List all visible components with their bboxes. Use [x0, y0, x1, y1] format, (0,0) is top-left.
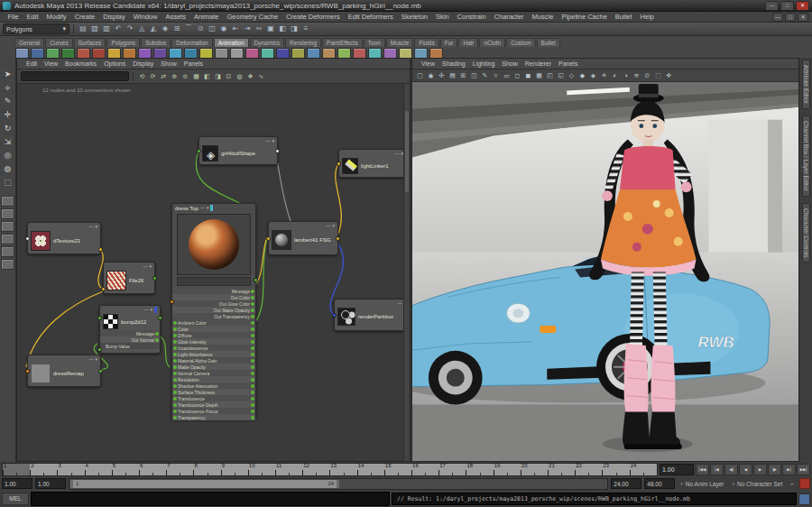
input-port[interactable]: [332, 313, 337, 318]
construction-history-icon[interactable]: [254, 23, 264, 34]
panel-menu-item[interactable]: Panels: [180, 60, 207, 67]
character-set-dropdown[interactable]: ▾No Character Set: [729, 479, 785, 488]
node-attribute-row[interactable]: Out Transparency: [172, 313, 255, 319]
panel-tab[interactable]: Character Controls: [802, 203, 810, 263]
node-attribute-row[interactable]: Message: [172, 288, 255, 294]
pin-nodes-icon[interactable]: [235, 71, 245, 81]
shelf-tab[interactable]: Bullet: [537, 38, 560, 47]
frame-cell[interactable]: 9: [221, 464, 248, 475]
image-plane-icon[interactable]: [458, 70, 468, 80]
selection-mode-dropdown[interactable]: Polygons▾: [3, 23, 69, 34]
frame-cell[interactable]: 22: [575, 464, 602, 475]
shelf-tab[interactable]: Dynamics: [250, 38, 285, 47]
connected-view-icon[interactable]: [213, 71, 223, 81]
frame-cell[interactable]: 3: [57, 464, 84, 475]
save-scene-icon[interactable]: [101, 23, 112, 34]
node-attribute-row[interactable]: Diffuse: [172, 332, 255, 338]
resize-icon[interactable]: ▾: [207, 204, 209, 212]
show-manipulator-icon[interactable]: [2, 177, 14, 189]
node-file[interactable]: —▾ File26: [103, 262, 155, 294]
shelf-tab[interactable]: PaintEffects: [322, 38, 363, 47]
render-view-icon[interactable]: [265, 23, 276, 34]
snap-grid-icon[interactable]: [171, 23, 182, 34]
shelf-tab[interactable]: Hair: [458, 38, 478, 47]
node-attribute-row[interactable]: Glow Intensity: [172, 338, 255, 345]
scene-minimize-button[interactable]: —: [772, 13, 783, 22]
layout-graph-icon[interactable]: [191, 71, 201, 81]
node-attribute-row[interactable]: Material Alpha Gain: [172, 357, 255, 364]
menu-item[interactable]: Edit Deformers: [344, 13, 397, 21]
script-editor-icon[interactable]: [798, 493, 810, 505]
undo-icon[interactable]: [113, 23, 124, 34]
node-attribute-row[interactable]: Bump Value: [100, 343, 160, 349]
frame-cell[interactable]: 18: [466, 464, 493, 475]
shelf-tab[interactable]: Surfaces: [74, 38, 106, 47]
bookmark-icon[interactable]: [448, 70, 457, 80]
menu-item[interactable]: Display: [99, 13, 130, 21]
panel-menu-item[interactable]: Panels: [555, 60, 581, 67]
scene-restore-button[interactable]: □: [785, 13, 796, 22]
frame-cell[interactable]: 11: [275, 464, 302, 475]
node-attribute-row[interactable]: Matte Opacity: [172, 364, 255, 370]
playback-button[interactable]: ▶▶|: [797, 464, 810, 475]
panel-menu-item[interactable]: Renderer: [521, 60, 555, 67]
menu-item[interactable]: Assets: [161, 13, 190, 21]
frame-cell[interactable]: 4: [85, 464, 112, 475]
output-connections-icon[interactable]: [242, 23, 253, 34]
viewport-canvas[interactable]: RWB: [412, 82, 798, 461]
select-object-icon[interactable]: [148, 23, 159, 34]
frame-cell[interactable]: 17: [438, 464, 466, 475]
ipr-render-icon[interactable]: [289, 23, 300, 34]
shelf-tab[interactable]: Custom: [506, 38, 535, 47]
animation-start-field[interactable]: [2, 478, 32, 489]
safe-action-icon[interactable]: [545, 70, 555, 80]
2d-pan-zoom-icon[interactable]: [469, 70, 479, 80]
snap-curve-icon[interactable]: [183, 23, 194, 34]
node-attribute-row[interactable]: Translucence Focus: [172, 408, 255, 414]
node-attribute-row[interactable]: Out Matte Opacity: [172, 307, 255, 313]
open-scene-icon[interactable]: [89, 23, 100, 34]
redo-icon[interactable]: [125, 23, 135, 34]
frame-cell[interactable]: 24: [630, 464, 657, 475]
layout-hypershade-persp-button[interactable]: [1, 259, 14, 270]
node-attribute-row[interactable]: Out Normal: [100, 336, 160, 343]
ambient-occlusion-icon[interactable]: [621, 70, 631, 80]
output-port[interactable]: [98, 369, 103, 373]
frame-cell[interactable]: 8: [193, 464, 220, 475]
back-icon[interactable]: [137, 71, 147, 81]
lock-icon[interactable]: [256, 71, 266, 81]
input-port[interactable]: [97, 316, 102, 320]
field-chart-icon[interactable]: [534, 70, 544, 80]
playback-button[interactable]: ▶: [753, 464, 767, 475]
motion-blur-icon[interactable]: [632, 70, 641, 80]
node-dress-top[interactable]: dress Top —▾ MessageOut ColorOut Glow Co…: [171, 203, 256, 419]
playback-button[interactable]: ◀|: [724, 464, 738, 475]
panel-menu-item[interactable]: Options: [100, 60, 129, 67]
textured-icon[interactable]: [588, 70, 598, 80]
menu-item[interactable]: Skeleton: [397, 13, 431, 21]
film-gate-icon[interactable]: [502, 70, 512, 80]
minimize-button[interactable]: —: [765, 1, 779, 11]
menu-item[interactable]: Create: [70, 13, 99, 21]
playback-start-field[interactable]: [35, 478, 66, 489]
frame-cell[interactable]: 1: [3, 464, 30, 475]
panel-menu-item[interactable]: View: [418, 60, 438, 67]
camera-attributes-icon[interactable]: [437, 70, 447, 80]
node-light-linker[interactable]: —▾ lightLinker1: [338, 149, 407, 178]
frame-cell[interactable]: 7: [166, 464, 193, 475]
shelf-tab[interactable]: General: [14, 38, 44, 47]
time-slider[interactable]: 123456789101112131415161718192021222324: [2, 463, 658, 476]
anim-layer-dropdown[interactable]: ▾No Anim Layer: [678, 479, 726, 488]
menu-item[interactable]: Help: [636, 13, 658, 21]
shelf-tab[interactable]: Deformation: [171, 38, 212, 47]
node-attribute-row[interactable]: Translucence Depth: [172, 401, 255, 408]
input-port[interactable]: [25, 369, 30, 373]
collapse-icon[interactable]: —: [200, 204, 205, 212]
range-slider-track[interactable]: 1 24: [69, 478, 608, 490]
full-view-icon[interactable]: [224, 71, 234, 81]
node-attribute-row[interactable]: Out Color: [172, 294, 255, 300]
safe-title-icon[interactable]: [556, 70, 566, 80]
menu-item[interactable]: Animate: [189, 13, 223, 21]
node-search-input[interactable]: [21, 71, 129, 81]
lasso-tool-icon[interactable]: [2, 82, 14, 94]
